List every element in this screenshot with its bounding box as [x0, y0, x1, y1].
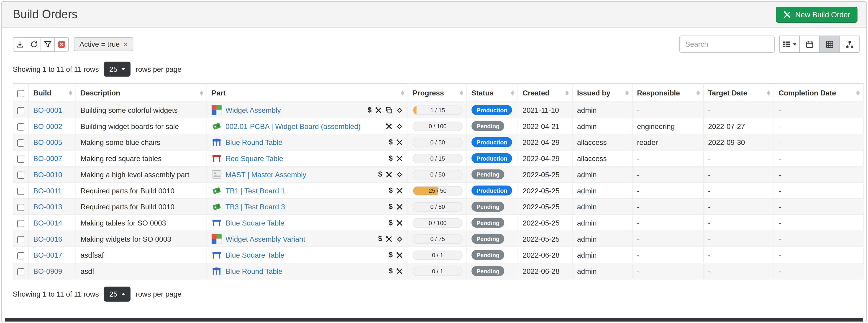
created-date: 2022-04-21 [518, 118, 572, 134]
col-created[interactable]: Created [518, 84, 572, 102]
row-checkbox[interactable] [17, 171, 25, 179]
col-responsible[interactable]: Responsible [632, 84, 703, 102]
page-size-dropdown[interactable]: 25 [104, 287, 131, 301]
col-part[interactable]: Part [207, 84, 408, 102]
table-row: BO-0005Making some blue chairsBlue Round… [13, 134, 863, 150]
col-status[interactable]: Status [467, 84, 518, 102]
build-description: Making red square tables [76, 150, 207, 167]
refresh-button[interactable] [27, 37, 41, 51]
build-order-link[interactable]: BO-0014 [33, 218, 62, 227]
build-order-link[interactable]: BO-0016 [33, 235, 62, 243]
list-view-button[interactable] [779, 35, 800, 53]
build-description: asdfsaf [76, 247, 207, 263]
part-indicator-icons: $ [365, 107, 403, 114]
placeholder-image-thumbnail [212, 170, 222, 179]
build-description: Making tables for SO 0003 [76, 214, 207, 231]
page-title: Build Orders [13, 8, 78, 21]
responsible: reader [632, 134, 703, 150]
created-date: 2022-05-25 [518, 182, 572, 199]
build-description: Required parts for Build 0010 [76, 199, 207, 215]
footer-bar [5, 318, 863, 322]
row-checkbox[interactable] [17, 268, 25, 275]
target-date: - [703, 247, 774, 263]
build-order-link[interactable]: BO-0013 [33, 203, 62, 211]
col-issued-by[interactable]: Issued by [572, 84, 632, 102]
filter-icon [44, 40, 52, 48]
part-link[interactable]: TB1 | Test Board 1 [225, 186, 285, 195]
download-button[interactable] [13, 37, 27, 51]
issued-by: allaccess [572, 150, 632, 167]
tree-view-button[interactable] [840, 35, 860, 53]
part-link[interactable]: TB3 | Test Board 3 [225, 203, 285, 211]
build-order-link[interactable]: BO-0011 [33, 186, 62, 195]
progress-bar: 0 / 1 [413, 250, 463, 260]
row-checkbox[interactable] [17, 204, 25, 211]
blue-square-table-thumbnail [212, 250, 222, 260]
col-target-date[interactable]: Target Date [703, 84, 774, 102]
row-checkbox[interactable] [17, 252, 25, 259]
build-order-link[interactable]: BO-0007 [33, 154, 62, 163]
row-checkbox[interactable] [17, 123, 25, 130]
part-indicator-icons: $ [385, 267, 403, 275]
part-link[interactable]: Blue Round Table [225, 267, 282, 275]
build-order-link[interactable]: BO-0001 [33, 106, 62, 114]
tools-icon [783, 10, 792, 19]
table-row: BO-0011Required parts for Build 0010TB1 … [13, 182, 863, 199]
build-order-link[interactable]: BO-0005 [33, 138, 62, 146]
target-date: - [703, 182, 774, 199]
row-checkbox[interactable] [17, 139, 25, 146]
build-orders-table: Build Description Part Progress Status C… [13, 83, 863, 280]
row-checkbox[interactable] [17, 236, 25, 243]
created-date: 2022-04-29 [518, 150, 572, 167]
part-link[interactable]: Blue Square Table [225, 251, 284, 259]
progress-bar: 0 / 50 [413, 137, 463, 147]
build-order-link[interactable]: BO-0909 [33, 267, 62, 275]
table-row: BO-0016Making widgets for SO 0003Widget … [13, 231, 863, 247]
pagination-top: Showing 1 to 11 of 11 rows 25 rows per p… [13, 62, 860, 77]
filter-button[interactable] [41, 37, 55, 51]
search-input[interactable] [679, 35, 775, 53]
completion-date: - [774, 231, 863, 247]
table-row: BO-0909asdfBlue Round Table$0 / 1Pending… [13, 263, 863, 279]
col-build[interactable]: Build [29, 84, 76, 102]
col-completion-date[interactable]: Completion Date [774, 84, 863, 102]
build-order-link[interactable]: BO-0017 [33, 251, 62, 259]
row-checkbox[interactable] [17, 107, 25, 114]
row-checkbox[interactable] [17, 187, 25, 195]
responsible: - [632, 263, 703, 279]
completion-date: - [774, 199, 863, 215]
issued-by: admin [572, 247, 632, 263]
col-progress[interactable]: Progress [408, 84, 467, 102]
remove-filters-button[interactable] [55, 37, 69, 51]
progress-bar: 0 / 15 [413, 153, 463, 163]
issued-by: admin [572, 199, 632, 215]
table-view-button[interactable] [820, 35, 840, 53]
build-order-link[interactable]: BO-0002 [33, 122, 62, 130]
calendar-view-button[interactable] [800, 35, 820, 53]
table-row: BO-0007Making red square tablesRed Squar… [13, 150, 863, 167]
part-link[interactable]: Widget Assembly Variant [225, 235, 305, 243]
status-badge: Pending [471, 121, 504, 131]
row-checkbox[interactable] [17, 219, 25, 227]
status-badge: Pending [471, 169, 504, 179]
page-size-dropdown[interactable]: 25 [104, 62, 131, 77]
row-checkbox[interactable] [17, 155, 25, 163]
part-link[interactable]: Widget Assembly [225, 106, 281, 114]
new-build-order-button[interactable]: New Build Order [776, 6, 858, 23]
part-link[interactable]: Red Square Table [225, 154, 283, 163]
part-link[interactable]: Blue Round Table [225, 138, 282, 146]
showing-text: Showing 1 to 11 of 11 rows [13, 290, 99, 298]
col-description[interactable]: Description [76, 84, 207, 102]
target-date: - [703, 150, 774, 167]
build-order-link[interactable]: BO-0010 [33, 170, 62, 179]
select-all-checkbox[interactable] [17, 90, 25, 97]
active-filter-chip[interactable]: Active = true × [74, 37, 133, 51]
part-link[interactable]: MAST | Master Assembly [225, 170, 306, 179]
dollar-icon: $ [389, 268, 393, 274]
remove-filter-icon[interactable]: × [124, 41, 128, 48]
part-link[interactable]: 002.01-PCBA | Widget Board (assembled) [225, 122, 361, 130]
part-link[interactable]: Blue Square Table [225, 218, 284, 227]
part-indicator-icons: $ [375, 171, 403, 178]
dollar-icon: $ [389, 252, 393, 258]
sort-carets-icon [508, 89, 514, 97]
